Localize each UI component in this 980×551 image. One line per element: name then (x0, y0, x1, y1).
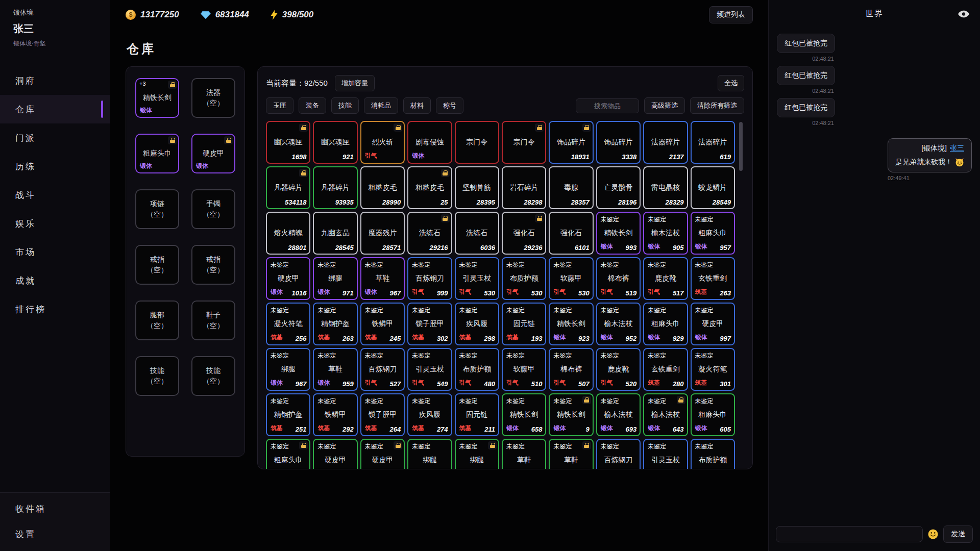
inventory-item[interactable]: 宗门令 (502, 121, 546, 164)
inventory-item[interactable]: 未鉴定 草鞋 (549, 439, 593, 469)
inventory-item[interactable]: 未鉴定 精钢护盔 筑基 263 (313, 303, 357, 345)
inventory-item[interactable]: 毒腺 28357 (549, 166, 593, 209)
equipment-slot[interactable]: 手镯 （空） (191, 189, 235, 229)
select-all-button[interactable]: 全选 (718, 75, 744, 91)
inventory-item[interactable]: 未鉴定 鹿皮靴 引气 520 (596, 348, 641, 391)
filter-chip[interactable]: 称号 (436, 97, 463, 114)
inventory-item[interactable]: 未鉴定 引灵玉杖 引气 549 (407, 348, 452, 391)
inventory-scrollbar[interactable] (739, 122, 743, 171)
sidebar-item[interactable]: 战斗 (0, 181, 110, 209)
sidebar-item[interactable]: 仓库 (0, 95, 110, 123)
sidebar-item[interactable]: 娱乐 (0, 209, 110, 238)
filter-chip[interactable]: 技能 (331, 97, 359, 114)
advanced-filter-button[interactable]: 高级筛选 (644, 97, 685, 114)
emoji-button[interactable] (928, 529, 938, 539)
inventory-item[interactable]: 未鉴定 锁子胫甲 筑基 264 (360, 393, 405, 436)
inventory-item[interactable]: 未鉴定 疾风履 筑基 298 (455, 303, 499, 345)
channel-list-button[interactable]: 频道列表 (709, 6, 753, 23)
inventory-item[interactable]: 饰品碎片 3338 (596, 121, 641, 164)
inventory-item[interactable]: 强化石 29236 (502, 212, 546, 255)
inventory-item[interactable]: 凡器碎片 534118 (266, 166, 310, 209)
inventory-item[interactable]: 未鉴定 粗麻头巾 锻体 957 (691, 212, 735, 255)
equipment-slot[interactable]: +3 精铁长剑 锻体 (135, 78, 179, 118)
inventory-item[interactable]: 未鉴定 凝火符笔 筑基 301 (691, 348, 735, 391)
inventory-item[interactable]: 未鉴定 粗麻头巾 (266, 439, 310, 469)
sidebar-item[interactable]: 市场 (0, 238, 110, 266)
inventory-item[interactable]: 未鉴定 草鞋 (502, 439, 546, 469)
equipment-slot[interactable]: 戒指 （空） (191, 245, 235, 285)
inventory-item[interactable]: 蛟龙鳞片 28549 (691, 166, 735, 209)
inventory-item[interactable]: 粗糙皮毛 28990 (360, 166, 405, 209)
inventory-item[interactable]: 雷电晶核 28329 (643, 166, 688, 209)
inventory-item[interactable]: 未鉴定 粗麻头巾 锻体 929 (643, 303, 688, 345)
inventory-item[interactable]: 宗门令 (455, 121, 499, 164)
inventory-item[interactable]: 未鉴定 鹿皮靴 引气 517 (643, 257, 688, 300)
inventory-item[interactable]: 剧毒侵蚀 锻体 (407, 121, 452, 164)
inventory-item[interactable]: 九幽玄晶 28545 (313, 212, 357, 255)
inventory-item[interactable]: 未鉴定 布质护额 (691, 439, 735, 469)
inventory-item[interactable]: 未鉴定 精铁长剑 锻体 9 (549, 393, 593, 436)
inventory-item[interactable]: 未鉴定 锁子胫甲 筑基 302 (407, 303, 452, 345)
filter-chip[interactable]: 装备 (299, 97, 326, 114)
inventory-item[interactable]: 未鉴定 布质护额 引气 530 (502, 257, 546, 300)
inventory-item[interactable]: 未鉴定 榆木法杖 锻体 643 (643, 393, 688, 436)
inventory-item[interactable]: 未鉴定 硬皮甲 锻体 1016 (266, 257, 310, 300)
inventory-item[interactable]: 未鉴定 铁鳞甲 筑基 292 (313, 393, 357, 436)
equipment-slot[interactable]: 项链 （空） (135, 189, 179, 229)
filter-chip[interactable]: 玉匣 (266, 97, 293, 114)
add-capacity-button[interactable]: 增加容量 (335, 75, 375, 91)
sidebar-item[interactable]: 洞府 (0, 66, 110, 95)
chat-input[interactable] (776, 526, 923, 542)
sidebar-item[interactable]: 设置 (0, 521, 110, 547)
inventory-item[interactable]: 未鉴定 绑腿 (455, 439, 499, 469)
inventory-item[interactable]: 未鉴定 精铁长剑 锻体 658 (502, 393, 546, 436)
inventory-item[interactable]: 未鉴定 榆木法杖 锻体 693 (596, 393, 641, 436)
inventory-item[interactable]: 未鉴定 硬皮甲 (360, 439, 405, 469)
equipment-slot[interactable]: 腿部 （空） (135, 300, 179, 340)
filter-chip[interactable]: 材料 (403, 97, 431, 114)
sidebar-item[interactable]: 门派 (0, 123, 110, 152)
inventory-item[interactable]: 亡灵骸骨 28196 (596, 166, 641, 209)
inventory-item[interactable]: 未鉴定 绑腿 (407, 439, 452, 469)
equipment-slot[interactable]: 技能 （空） (191, 356, 235, 396)
inventory-item[interactable]: 未鉴定 凝火符笔 筑基 256 (266, 303, 310, 345)
sidebar-item[interactable]: 历练 (0, 152, 110, 181)
equipment-slot[interactable]: 法器 （空） (191, 78, 235, 118)
inventory-item[interactable]: 未鉴定 精钢护盔 筑基 251 (266, 393, 310, 436)
equipment-slot[interactable]: 硬皮甲 锻体 (191, 134, 235, 173)
inventory-item[interactable]: 未鉴定 精铁长剑 锻体 993 (596, 212, 641, 255)
inventory-item[interactable]: 烈火斩 引气 (360, 121, 405, 164)
inventory-item[interactable]: 未鉴定 引灵玉杖 (643, 439, 688, 469)
inventory-item[interactable]: 未鉴定 百炼钢刀 引气 999 (407, 257, 452, 300)
clear-filters-button[interactable]: 清除所有筛选 (690, 97, 744, 114)
inventory-item[interactable]: 未鉴定 引灵玉杖 引气 530 (455, 257, 499, 300)
inventory-item[interactable]: 粗糙皮毛 25 (407, 166, 452, 209)
inventory-item[interactable]: 未鉴定 棉布裤 引气 507 (549, 348, 593, 391)
equipment-slot[interactable]: 鞋子 （空） (191, 300, 235, 340)
search-input[interactable] (576, 98, 639, 113)
inventory-item[interactable]: 未鉴定 固元链 筑基 211 (455, 393, 499, 436)
inventory-item[interactable]: 未鉴定 铁鳞甲 筑基 245 (360, 303, 405, 345)
inventory-item[interactable]: 强化石 6101 (549, 212, 593, 255)
inventory-item[interactable]: 未鉴定 软藤甲 引气 530 (549, 257, 593, 300)
inventory-item[interactable]: 幽冥魂匣 921 (313, 121, 357, 164)
inventory-item[interactable]: 未鉴定 榆木法杖 锻体 952 (596, 303, 641, 345)
inventory-item[interactable]: 未鉴定 硬皮甲 锻体 997 (691, 303, 735, 345)
inventory-item[interactable]: 法器碎片 619 (691, 121, 735, 164)
inventory-item[interactable]: 幽冥魂匣 1698 (266, 121, 310, 164)
inventory-item[interactable]: 未鉴定 硬皮甲 (313, 439, 357, 469)
inventory-item[interactable]: 未鉴定 玄铁重剑 筑基 263 (691, 257, 735, 300)
inventory-item[interactable]: 洗练石 29216 (407, 212, 452, 255)
inventory-item[interactable]: 法器碎片 2137 (643, 121, 688, 164)
sidebar-item[interactable]: 排行榜 (0, 295, 110, 323)
inventory-item[interactable]: 未鉴定 布质护额 引气 480 (455, 348, 499, 391)
inventory-item[interactable]: 未鉴定 棉布裤 引气 519 (596, 257, 641, 300)
eye-icon[interactable] (958, 10, 970, 18)
inventory-item[interactable]: 岩石碎片 28298 (502, 166, 546, 209)
inventory-item[interactable]: 洗练石 6036 (455, 212, 499, 255)
equipment-slot[interactable]: 技能 （空） (135, 356, 179, 396)
filter-chip[interactable]: 消耗品 (364, 97, 398, 114)
inventory-item[interactable]: 未鉴定 百炼钢刀 引气 527 (360, 348, 405, 391)
inventory-item[interactable]: 未鉴定 固元链 筑基 193 (502, 303, 546, 345)
inventory-item[interactable]: 未鉴定 玄铁重剑 筑基 280 (643, 348, 688, 391)
